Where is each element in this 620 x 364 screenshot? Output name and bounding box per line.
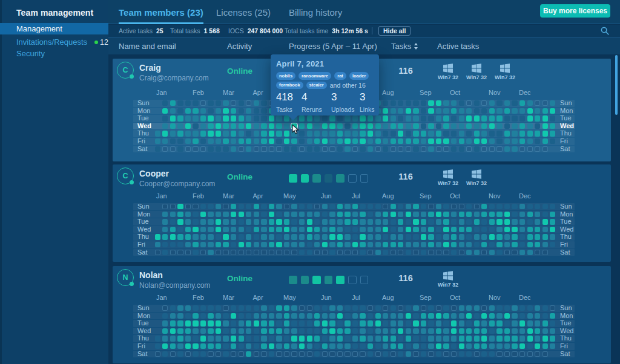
heatmap-cell[interactable] <box>170 219 176 224</box>
heatmap-cell[interactable] <box>162 343 168 349</box>
sort-tasks-icon[interactable] <box>414 43 418 50</box>
heatmap-cell[interactable] <box>527 227 533 232</box>
heatmap-cell[interactable] <box>391 343 396 349</box>
heatmap-cell[interactable] <box>314 123 320 129</box>
heatmap-cell[interactable] <box>185 234 191 239</box>
heatmap-cell[interactable] <box>459 351 464 357</box>
heatmap-cell[interactable] <box>239 219 244 224</box>
heatmap-cell[interactable] <box>177 123 183 129</box>
heatmap-cell[interactable] <box>375 123 381 129</box>
heatmap-cell[interactable] <box>527 212 533 217</box>
heatmap-cell[interactable] <box>284 250 289 255</box>
heatmap-cell[interactable] <box>535 313 540 319</box>
heatmap-cell[interactable] <box>466 328 472 334</box>
heatmap-cell[interactable] <box>185 212 191 217</box>
heatmap-cell[interactable] <box>185 146 191 152</box>
member-card-cooper[interactable]: CCooperCooper@company.comOnline116Win7 3… <box>113 164 611 262</box>
heatmap-cell[interactable] <box>314 227 320 232</box>
heatmap-cell[interactable] <box>375 204 381 209</box>
heatmap-cell[interactable] <box>208 250 213 255</box>
heatmap-cell[interactable] <box>246 204 251 209</box>
heatmap-cell[interactable] <box>360 336 365 341</box>
heatmap-cell[interactable] <box>535 227 540 232</box>
heatmap-cell[interactable] <box>451 123 457 129</box>
heatmap-cell[interactable] <box>375 328 381 334</box>
heatmap-cell[interactable] <box>177 108 183 114</box>
heatmap-cell[interactable] <box>481 320 487 326</box>
heatmap-cell[interactable] <box>261 146 266 152</box>
heatmap-cell[interactable] <box>496 328 502 334</box>
heatmap-cell[interactable] <box>474 219 480 224</box>
heatmap-cell[interactable] <box>291 320 297 326</box>
heatmap-cell[interactable] <box>299 138 305 144</box>
heatmap-cell[interactable] <box>504 212 510 217</box>
heatmap-cell[interactable] <box>459 131 464 136</box>
heatmap-cell[interactable] <box>337 320 343 326</box>
heatmap-cell[interactable] <box>519 212 525 217</box>
heatmap-cell[interactable] <box>406 343 411 349</box>
heatmap-cell[interactable] <box>345 313 350 319</box>
heatmap-cell[interactable] <box>352 320 358 326</box>
heatmap-cell[interactable] <box>185 108 191 114</box>
heatmap-cell[interactable] <box>246 343 251 349</box>
heatmap-cell[interactable] <box>360 351 365 357</box>
heatmap-cell[interactable] <box>443 100 449 106</box>
heatmap-cell[interactable] <box>231 234 236 239</box>
heatmap-cell[interactable] <box>459 250 464 255</box>
heatmap-cell[interactable] <box>185 100 191 106</box>
heatmap-cell[interactable] <box>284 204 289 209</box>
heatmap-cell[interactable] <box>193 313 198 319</box>
heatmap-cell[interactable] <box>466 242 472 247</box>
heatmap-cell[interactable] <box>231 219 236 224</box>
heatmap-cell[interactable] <box>193 351 198 357</box>
heatmap-cell[interactable] <box>337 219 343 224</box>
heatmap-cell[interactable] <box>291 250 297 255</box>
heatmap-cell[interactable] <box>368 123 373 129</box>
heatmap-cell[interactable] <box>299 343 305 349</box>
heatmap-cell[interactable] <box>269 212 274 217</box>
heatmap-cell[interactable] <box>208 320 213 326</box>
heatmap-cell[interactable] <box>307 336 312 341</box>
heatmap-cell[interactable] <box>322 305 328 311</box>
heatmap-cell[interactable] <box>368 115 373 121</box>
heatmap-cell[interactable] <box>352 219 358 224</box>
heatmap-cell[interactable] <box>170 313 176 319</box>
heatmap-cell[interactable] <box>254 320 259 326</box>
heatmap-cell[interactable] <box>550 328 555 334</box>
heatmap-cell[interactable] <box>314 212 320 217</box>
heatmap-cell[interactable] <box>269 343 274 349</box>
heatmap-cell[interactable] <box>519 219 525 224</box>
heatmap-cell[interactable] <box>299 219 305 224</box>
heatmap-cell[interactable] <box>421 108 426 114</box>
heatmap-cell[interactable] <box>352 146 358 152</box>
heatmap-cell[interactable] <box>512 212 517 217</box>
sidebar-item-security[interactable]: Security <box>0 48 108 59</box>
search-icon[interactable] <box>601 27 609 35</box>
heatmap-cell[interactable] <box>421 219 426 224</box>
heatmap-cell[interactable] <box>208 305 213 311</box>
heatmap-cell[interactable] <box>177 234 183 239</box>
heatmap-cell[interactable] <box>481 212 487 217</box>
heatmap-cell[interactable] <box>352 138 358 144</box>
heatmap-cell[interactable] <box>375 336 381 341</box>
heatmap-cell[interactable] <box>406 351 411 357</box>
heatmap-cell[interactable] <box>216 108 221 114</box>
heatmap-cell[interactable] <box>489 212 495 217</box>
heatmap-cell[interactable] <box>375 115 381 121</box>
heatmap-cell[interactable] <box>231 343 236 349</box>
heatmap-cell[interactable] <box>413 108 418 114</box>
heatmap-cell[interactable] <box>276 351 282 357</box>
heatmap-cell[interactable] <box>481 204 487 209</box>
heatmap-cell[interactable] <box>527 108 533 114</box>
heatmap-cell[interactable] <box>413 100 418 106</box>
heatmap-cell[interactable] <box>550 313 555 319</box>
heatmap-cell[interactable] <box>428 351 434 357</box>
heatmap-cell[interactable] <box>329 204 335 209</box>
heatmap-cell[interactable] <box>368 343 373 349</box>
heatmap-cell[interactable] <box>299 212 305 217</box>
heatmap-cell[interactable] <box>383 343 388 349</box>
heatmap-cell[interactable] <box>231 138 236 144</box>
heatmap-cell[interactable] <box>307 146 312 152</box>
heatmap-cell[interactable] <box>360 138 365 144</box>
heatmap-cell[interactable] <box>291 305 297 311</box>
